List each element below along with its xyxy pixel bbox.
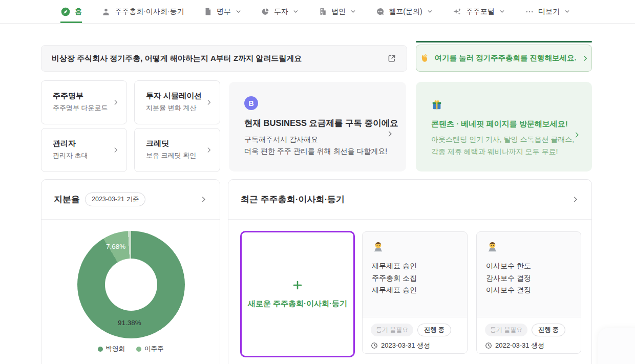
chevron-right-icon [573, 131, 581, 139]
legend-item: 박영희 [98, 345, 125, 353]
new-meeting-button[interactable]: 새로운 주주총회·이사회·등기 [240, 231, 355, 357]
nav-label: 더보기 [538, 7, 560, 16]
benefit-page-card[interactable]: 콘텐츠 · 베네핏 페이지를 방문해보세요! 아웃스탠딩 인기 기사, 탈잉 스… [416, 82, 592, 172]
agenda-line: 재무제표 승인 [372, 284, 458, 296]
ownership-title: 지분율 [54, 194, 80, 205]
cta-top-line [416, 41, 592, 42]
agenda-line: 이사보수 결정 [486, 284, 572, 296]
nav-label: 주주총회·이사회·등기 [115, 7, 184, 16]
legend-label: 이주주 [144, 345, 164, 353]
nav-label: 명부 [217, 7, 231, 16]
benefit-line: 각종 제휴 혜택과 웨비나까지 모두 무료! [431, 145, 592, 158]
chevron-down-icon [235, 8, 242, 15]
chevron-down-icon [427, 8, 433, 15]
clock-icon [485, 342, 492, 349]
agenda-line: 감사보수 결정 [486, 272, 572, 285]
ownership-donut-chart: 7.68% 91.38% [77, 231, 185, 338]
chat-icon [376, 7, 385, 16]
ownership-panel: 지분율 2023-03-21 기준 7.68% 91.38% 박영희 이주주 [41, 179, 220, 364]
ownership-open-button[interactable] [200, 196, 207, 203]
chevron-right-icon [386, 130, 394, 138]
donut-hole [105, 259, 157, 311]
chevron-down-icon [564, 8, 570, 15]
clap-emoji [419, 53, 429, 63]
nav-item-more[interactable]: 더보기 [525, 0, 570, 23]
quick-card-admin[interactable]: 관리자 관리자 초대 [41, 128, 127, 172]
recent-open-button[interactable] [572, 196, 579, 203]
cta-banner-text: 여기를 눌러 정기주주총회를 진행해보세요. [434, 53, 576, 63]
meeting-card-footer: 등기 불필요 진행 중 2022-03-31 생성 [477, 317, 581, 353]
chevron-right-icon [205, 146, 213, 154]
nav-item-investment[interactable]: 투자 [261, 0, 299, 23]
meeting-card[interactable]: 이사보수 한도 감사보수 결정 이사보수 결정 등기 불필요 진행 중 2022… [476, 231, 581, 354]
nav-label: 홈 [75, 7, 82, 16]
ownership-panel-header[interactable]: 지분율 2023-03-21 기준 [41, 180, 220, 220]
benefit-title: 콘텐츠 · 베네핏 페이지를 방문해보세요! [431, 119, 592, 129]
nav-item-register[interactable]: 명부 [204, 0, 242, 23]
chevron-down-icon [499, 8, 505, 15]
chevron-down-icon [292, 8, 299, 15]
nav-item-home[interactable]: 홈 [60, 0, 82, 23]
chevron-right-icon [205, 99, 213, 106]
nav-label: 헬프(문의) [389, 7, 422, 16]
chevron-right-icon [582, 55, 589, 62]
recent-title: 최근 주주총회·이사회·등기 [241, 194, 345, 205]
notice-banner-text: 비상장 주식회사 정기주총, 어떻게 해야하는지 A부터 Z까지 알려드릴게요 [52, 54, 302, 63]
technologist-emoji [486, 240, 499, 253]
nav-item-meetings[interactable]: 주주총회·이사회·등기 [101, 0, 184, 23]
top-navigation: 홈 주주총회·이사회·등기 명부 투자 법인 헬프(문의) 주주포털 [0, 0, 635, 24]
meeting-card-footer: 등기 불필요 진행 중 2023-03-31 생성 [363, 317, 467, 353]
compass-icon [60, 7, 71, 17]
pie-chart-icon [261, 7, 270, 16]
subscription-plan-card[interactable]: B 현재 BUSINESS 요금제를 구독 중이에요 구독해주셔서 감사해요 더… [229, 82, 406, 172]
agenda-line: 주주총회 소집 [372, 272, 458, 285]
plan-badge: B [244, 96, 258, 110]
recent-panel-header[interactable]: 최근 주주총회·이사회·등기 [228, 180, 591, 220]
meeting-card-body: 이사보수 한도 감사보수 결정 이사보수 결정 [477, 232, 581, 318]
gift-emoji [431, 99, 442, 111]
sparkles-icon [453, 7, 462, 16]
legend-dot [136, 347, 141, 352]
annual-meeting-cta-banner[interactable]: 여기를 눌러 정기주주총회를 진행해보세요. [416, 45, 592, 72]
nav-label: 법인 [331, 7, 346, 16]
chevron-right-icon [200, 196, 207, 203]
created-date: 2023-03-31 생성 [381, 341, 430, 350]
chat-widget[interactable] [598, 328, 635, 364]
chevron-right-icon [112, 146, 119, 154]
technologist-emoji [372, 240, 385, 253]
agenda-line: 재무제표 승인 [372, 260, 458, 272]
legend-item: 이주주 [136, 345, 164, 353]
created-date: 2022-03-31 생성 [495, 341, 544, 350]
ellipsis-icon [525, 7, 534, 16]
quick-card-shareholder-register[interactable]: 주주명부 주주명부 다운로드 [41, 80, 127, 124]
external-link-icon [387, 54, 396, 63]
plan-line: 더욱 편한 주주 관리를 위해 최선을 다할게요! [244, 145, 406, 157]
person-icon [101, 7, 111, 16]
plan-title: 현재 BUSINESS 요금제를 구독 중이에요 [244, 118, 406, 129]
as-of-badge: 2023-03-21 기준 [85, 192, 145, 206]
progress-status-badge: 진행 중 [532, 324, 565, 336]
nav-label: 투자 [274, 7, 288, 16]
donut-label-secondary: 7.68% [106, 243, 125, 250]
nav-item-help[interactable]: 헬프(문의) [376, 0, 433, 23]
quick-card-investment-simulation[interactable]: 투자 시뮬레이션 지분율 변화 계산 [134, 80, 220, 124]
home-page: 홈 주주총회·이사회·등기 명부 투자 법인 헬프(문의) 주주포털 [0, 0, 635, 364]
legend-label: 박영희 [106, 345, 125, 353]
quick-card-credit[interactable]: 크레딧 보유 크레딧 확인 [134, 128, 220, 172]
chevron-down-icon [350, 8, 356, 15]
meeting-card[interactable]: 재무제표 승인 주주총회 소집 재무제표 승인 등기 불필요 진행 중 2023… [362, 231, 468, 354]
donut-legend: 박영희 이주주 [41, 345, 220, 353]
meeting-card-body: 재무제표 승인 주주총회 소집 재무제표 승인 [363, 232, 467, 318]
donut-label-main: 91.38% [118, 319, 141, 327]
nav-item-corporation[interactable]: 법인 [319, 0, 356, 23]
chevron-right-icon [112, 99, 119, 106]
clock-icon [371, 342, 378, 349]
nav-item-shareholder-portal[interactable]: 주주포털 [453, 0, 505, 23]
recent-meetings-panel: 최근 주주총회·이사회·등기 새로운 주주총회·이사회·등기 재무제표 승인 주… [228, 179, 592, 364]
progress-status-badge: 진행 중 [417, 324, 451, 336]
plan-line: 구독해주셔서 감사해요 [244, 134, 406, 145]
chevron-right-icon [572, 196, 579, 203]
agenda-line: 이사보수 한도 [486, 260, 572, 272]
nav-label: 주주포털 [466, 7, 495, 16]
notice-banner[interactable]: 비상장 주식회사 정기주총, 어떻게 해야하는지 A부터 Z까지 알려드릴게요 [41, 45, 407, 72]
